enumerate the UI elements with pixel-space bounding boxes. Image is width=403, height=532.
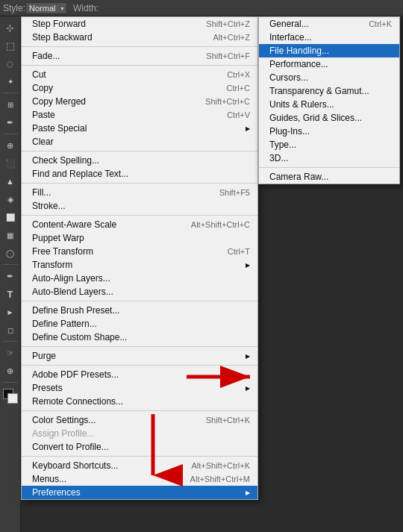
tool-brush[interactable]: ⬛	[2, 155, 19, 172]
menu-item-shortcut: Ctrl+T	[228, 247, 250, 256]
tool-magic-wand[interactable]: ✦	[2, 73, 19, 90]
menu-item-label: Check Spelling...	[32, 155, 99, 166]
menu-item-preferences[interactable]: Preferences▶	[22, 486, 257, 499]
menu-item-label: Color Settings...	[32, 415, 96, 425]
menu-item-clear[interactable]: Clear	[22, 135, 257, 148]
menu-separator-24	[22, 301, 257, 301]
menu-item-define-pattern[interactable]: Define Pattern...	[22, 317, 257, 331]
submenu-item-file-handling[interactable]: File Handling...	[259, 44, 399, 57]
menu-item-stroke[interactable]: Stroke...	[22, 199, 257, 213]
tool-dodge[interactable]: ◯	[2, 245, 19, 261]
menu-item-label: Fill...	[32, 187, 51, 198]
submenu-item-units--rulers[interactable]: Units & Rulers...	[259, 98, 399, 111]
menu-item-paste-special[interactable]: Paste Special▶	[22, 122, 257, 135]
submenu-item-label: 3D...	[269, 153, 288, 163]
tool-pen[interactable]: ✒	[2, 268, 19, 284]
submenu-item-camera-raw[interactable]: Camera Raw...	[259, 170, 399, 184]
tool-divider-1	[3, 93, 18, 93]
menu-item-define-custom-shape[interactable]: Define Custom Shape...	[22, 331, 257, 344]
tool-clone[interactable]: ▲	[2, 173, 19, 190]
menu-item-check-spelling[interactable]: Check Spelling...	[22, 154, 257, 167]
tool-path-select[interactable]: ►	[2, 304, 19, 320]
menu-item-shortcut: Alt+Shift+Ctrl+M	[190, 475, 250, 484]
menu-item-define-brush-preset[interactable]: Define Brush Preset...	[22, 304, 257, 317]
tool-shape[interactable]: ◻	[2, 322, 19, 338]
tool-type[interactable]: T	[2, 286, 19, 302]
submenu-item-performance[interactable]: Performance...	[259, 57, 399, 71]
menu-item-label: Auto-Align Layers...	[32, 273, 110, 284]
menu-item-color-settings[interactable]: Color Settings...Shift+Ctrl+K	[22, 413, 257, 427]
style-select-wrapper[interactable]: Normal	[25, 2, 67, 14]
menu-item-paste[interactable]: PasteCtrl+V	[22, 108, 257, 122]
menu-item-remote-connections[interactable]: Remote Connections...	[22, 395, 257, 408]
tool-crop[interactable]: ⊞	[2, 96, 19, 113]
menu-item-arrow: ▶	[246, 489, 250, 496]
menu-item-label: Assign Profile...	[32, 428, 94, 439]
tool-zoom[interactable]: ⊕	[2, 363, 19, 379]
menu-separator-14	[22, 183, 257, 184]
submenu-item-plug-ins[interactable]: Plug-Ins...	[259, 125, 399, 138]
menu-item-label: Menus...	[32, 474, 66, 484]
menu-item-free-transform[interactable]: Free TransformCtrl+T	[22, 245, 257, 258]
menu-item-fade[interactable]: Fade...Shift+Ctrl+F	[22, 49, 257, 63]
menu-item-step-backward[interactable]: Step BackwardAlt+Ctrl+Z	[22, 31, 257, 44]
style-select[interactable]: Normal	[25, 2, 67, 14]
menu-item-copy-merged[interactable]: Copy MergedShift+Ctrl+C	[22, 95, 257, 108]
submenu-item-guides,-grid--slices[interactable]: Guides, Grid & Slices...	[259, 111, 399, 125]
submenu-item-label: Guides, Grid & Slices...	[269, 113, 362, 123]
menu-item-auto-align-layers[interactable]: Auto-Align Layers...	[22, 272, 257, 285]
menu-item-adobe-pdf-presets[interactable]: Adobe PDF Presets...	[22, 368, 257, 381]
menu-item-copy[interactable]: CopyCtrl+C	[22, 81, 257, 95]
menu-item-shortcut: Shift+Ctrl+C	[205, 97, 250, 106]
menu-item-arrow: ▶	[246, 353, 250, 360]
tool-history[interactable]: ◈	[2, 191, 19, 207]
menu-separator-2	[22, 46, 257, 47]
submenu-item-label: Interface...	[269, 32, 312, 43]
menu-item-transform[interactable]: Transform▶	[22, 258, 257, 272]
tool-eyedropper[interactable]: ✒	[2, 114, 19, 131]
menu-item-cut[interactable]: CutCtrl+X	[22, 68, 257, 81]
submenu-item-interface[interactable]: Interface...	[259, 31, 399, 44]
color-swatch[interactable]	[3, 389, 18, 404]
tool-divider-5	[3, 382, 18, 383]
submenu-item-label: Plug-Ins...	[269, 126, 310, 137]
submenu-item-label: Units & Rulers...	[269, 99, 334, 110]
menu-separator-28	[22, 346, 257, 347]
menu-item-purge[interactable]: Purge▶	[22, 349, 257, 363]
submenu-item-transparency--gamut[interactable]: Transparency & Gamut...	[259, 84, 399, 98]
menu-item-content-aware-scale[interactable]: Content-Aware ScaleAlt+Shift+Ctrl+C	[22, 218, 257, 231]
submenu-item-type[interactable]: Type...	[259, 138, 399, 151]
submenu-item-3d[interactable]: 3D...	[259, 151, 399, 165]
menu-item-shortcut: Ctrl+C	[227, 84, 250, 93]
tool-lasso[interactable]: ◌	[2, 55, 19, 72]
tool-healing[interactable]: ⊕	[2, 137, 19, 154]
menu-item-auto-blend-layers[interactable]: Auto-Blend Layers...	[22, 285, 257, 298]
menu-item-puppet-warp[interactable]: Puppet Warp	[22, 231, 257, 245]
menu-item-shortcut: Alt+Shift+Ctrl+K	[191, 461, 250, 470]
tool-eraser[interactable]: ⬜	[2, 209, 19, 225]
menu-item-label: Preferences	[32, 487, 81, 498]
menu-item-keyboard-shortcuts[interactable]: Keyboard Shortcuts...Alt+Shift+Ctrl+K	[22, 459, 257, 472]
menu-item-shortcut: Shift+Ctrl+F	[206, 51, 250, 60]
submenu-item-label: Type...	[269, 140, 296, 150]
submenu-item-cursors[interactable]: Cursors...	[259, 71, 399, 84]
menu-item-label: Define Pattern...	[32, 319, 97, 329]
top-toolbar: Style: Normal Width:	[0, 0, 403, 16]
menu-item-menus[interactable]: Menus...Alt+Shift+Ctrl+M	[22, 472, 257, 486]
menu-item-convert-to-profile[interactable]: Convert to Profile...	[22, 440, 257, 454]
tool-move[interactable]: ⊹	[2, 19, 19, 36]
menu-item-shortcut: Shift+Ctrl+Z	[206, 19, 250, 28]
menu-item-step-forward[interactable]: Step ForwardShift+Ctrl+Z	[22, 17, 257, 31]
submenu-item-label: Transparency & Gamut...	[269, 86, 369, 96]
tool-marquee[interactable]: ⬚	[2, 37, 19, 54]
menu-item-find-and-replace-text[interactable]: Find and Replace Text...	[22, 167, 257, 181]
menu-item-shortcut: Shift+Ctrl+K	[206, 416, 250, 425]
menu-item-fill[interactable]: Fill...Shift+F5	[22, 186, 257, 199]
submenu-item-general[interactable]: General...Ctrl+K	[259, 17, 399, 31]
menu-item-presets[interactable]: Presets▶	[22, 381, 257, 395]
menu-item-shortcut: Shift+F5	[219, 188, 250, 197]
background-color[interactable]	[7, 393, 18, 404]
tool-gradient[interactable]: ▦	[2, 227, 19, 243]
menu-item-shortcut: Alt+Ctrl+Z	[213, 33, 250, 42]
tool-hand[interactable]: ☞	[2, 345, 19, 361]
